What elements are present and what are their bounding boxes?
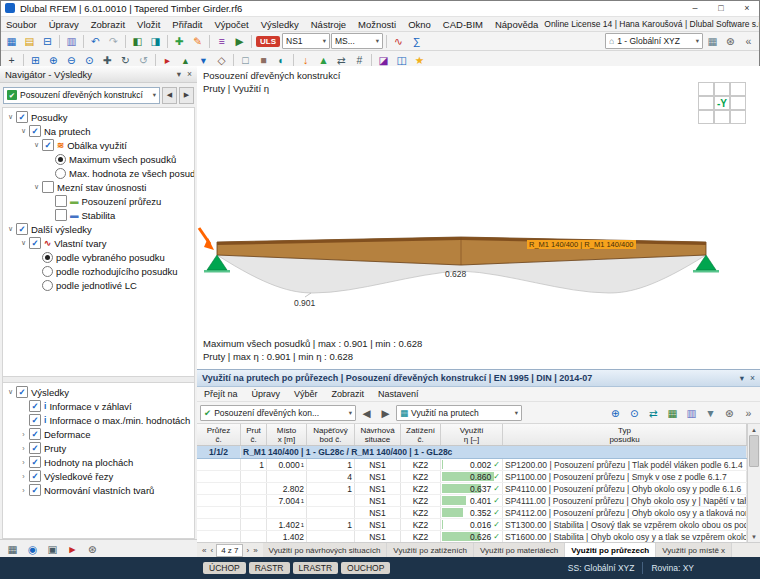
undo-icon[interactable]: ↶ — [87, 34, 104, 49]
menu-vlozit[interactable]: Vložit — [131, 19, 166, 30]
tree-splitter[interactable] — [3, 376, 194, 383]
edit-object-icon[interactable]: ✎ — [189, 34, 206, 49]
insert-object-icon[interactable]: ✚ — [171, 34, 188, 49]
tree-item-normovani-vlastnich-tvaru[interactable]: ›✓Normování vlastních tvarů — [3, 483, 194, 497]
checkbox[interactable]: ✓ — [16, 386, 28, 398]
tree-item-pruty[interactable]: ›✓Pruty — [3, 441, 194, 455]
column-header-misto[interactable]: Místox [m] — [267, 424, 307, 445]
radio-button[interactable] — [55, 154, 66, 165]
menu-nastroje[interactable]: Nástroje — [305, 19, 352, 30]
expander-open-icon[interactable]: ∨ — [5, 113, 16, 121]
design-check-combo[interactable]: ✔Posouzení dřevěných kon...▾ — [200, 405, 356, 421]
cell-utilization[interactable]: 0.002✓ — [441, 459, 503, 470]
navigator-toggle-icon[interactable]: ◧ — [129, 34, 146, 49]
radio-button[interactable] — [42, 266, 53, 277]
checkbox[interactable]: ✓ — [29, 428, 41, 440]
menu-cad-bim[interactable]: CAD-BIM — [437, 19, 489, 30]
tables-toggle-icon[interactable]: ◨ — [147, 34, 164, 49]
checkbox[interactable]: ✓ — [29, 400, 41, 412]
table-menu-vyber[interactable]: Výběr — [287, 389, 325, 399]
checkbox[interactable]: ✓ — [29, 442, 41, 454]
expander-open-icon[interactable]: ∨ — [5, 225, 16, 233]
table-row[interactable]: 2.8021NS1KZ20.637✓SP4110.00 | Posouzení … — [197, 483, 747, 495]
table-settings-icon[interactable]: ⊛ — [721, 405, 738, 420]
expander-open-icon[interactable]: ∨ — [5, 388, 16, 396]
zoom-to-row-icon[interactable]: ⊕ — [607, 405, 624, 420]
checkbox[interactable]: ✓ — [16, 111, 28, 123]
graphics-window[interactable]: 0.901 0.628 Posouzení dřevěných konstruk… — [197, 66, 760, 369]
calculate-all-icon[interactable]: ▶ — [231, 34, 248, 49]
sync-with-view-icon[interactable]: ⇄ — [645, 405, 662, 420]
expander-closed-icon[interactable]: › — [18, 473, 29, 480]
expander-closed-icon[interactable]: › — [18, 445, 29, 452]
load-combination-combo[interactable]: MS...▾ — [331, 33, 383, 49]
snap-toggle-uchop[interactable]: ÚCHOP — [203, 562, 246, 574]
first-tab-button[interactable]: « — [201, 546, 207, 555]
tree-item-podle-jednotlive-lc[interactable]: podle jednotlivé LC — [3, 278, 194, 292]
tab-vyuziti-po-navrhovych-situacich[interactable]: Využití po návrhových situacích — [263, 543, 388, 558]
menu-priradit[interactable]: Přiřadit — [166, 19, 208, 30]
navigator-header[interactable]: Navigátor - Výsledky ▾ × — [0, 66, 197, 83]
checkbox[interactable]: ✓ — [29, 237, 41, 249]
tree-item-hodnoty-na-plochach[interactable]: ›✓Hodnoty na plochách — [3, 455, 194, 469]
tab-vyuziti-po-prurezech[interactable]: Využití po průřezech — [565, 543, 656, 558]
pin-icon[interactable]: ▾ — [740, 373, 744, 383]
new-model-icon[interactable]: ▦ — [3, 34, 20, 49]
close-icon[interactable]: × — [750, 373, 755, 383]
find-in-table-icon[interactable]: ⊙ — [626, 405, 643, 420]
expander-open-icon[interactable]: ∨ — [18, 127, 29, 135]
tree-item-deformace[interactable]: ›✓Deformace — [3, 427, 194, 441]
print-graphic-icon[interactable]: ▥ — [63, 34, 80, 49]
tree-item-vysledkove-rezy[interactable]: ›✓Výsledkové řezy — [3, 469, 194, 483]
tab-vyuziti-po-materialech[interactable]: Využití po materiálech — [474, 543, 565, 558]
tree-item-podle-rozhodujiciho-posudku[interactable]: podle rozhodujícího posudku — [3, 264, 194, 278]
tree-item-informace-o-max-min-hodnotach[interactable]: ✓iInformace o max./min. hodnotách — [3, 413, 194, 427]
column-header-zatizeni[interactable]: Zatíženíč. — [401, 424, 441, 445]
tree-item-obalka-vyuziti[interactable]: ∨✓≋Obálka využití — [3, 138, 194, 152]
checkbox[interactable]: ✓ — [42, 139, 54, 151]
expander-closed-icon[interactable]: › — [18, 459, 29, 466]
tree-item-max-hodnota-ze-vsech-posudku-be[interactable]: Max. hodnota ze všech posudků be... — [3, 166, 194, 180]
checkbox[interactable]: ✓ — [29, 125, 41, 137]
load-cases-manager-icon[interactable]: ≡ — [213, 34, 230, 49]
next-addon-button[interactable]: ▶ — [179, 87, 194, 104]
maximize-button[interactable]: □ — [708, 0, 734, 16]
expander-closed-icon[interactable]: › — [18, 431, 29, 438]
snap-toggle-ouchop[interactable]: OUCHOP — [341, 562, 390, 574]
checkbox[interactable]: ✓ — [16, 223, 28, 235]
views-navigator-icon[interactable]: ◉ — [24, 541, 41, 556]
snap-settings-icon[interactable]: ⊛ — [722, 34, 739, 49]
result-table-combo[interactable]: ▦Využití na prutech▾ — [396, 405, 522, 421]
print-table-icon[interactable]: ▥ — [683, 405, 700, 420]
tree-item-dalsi-vysledky[interactable]: ∨✓Další výsledky — [3, 222, 194, 236]
radio-button[interactable] — [55, 168, 66, 179]
checkbox[interactable]: ✓ — [29, 484, 41, 496]
tree-item-posudky[interactable]: ∨✓Posudky — [3, 110, 194, 124]
redo-icon[interactable]: ↷ — [105, 34, 122, 49]
table-menu-upravy[interactable]: Úpravy — [245, 389, 288, 399]
table-scrollbar[interactable]: ▲ ▼ — [747, 424, 760, 542]
panel-options-icon[interactable]: ⊛ — [84, 541, 101, 556]
checkbox[interactable] — [55, 209, 67, 221]
table-row[interactable]: 10.00011NS1KZ20.002✓SP1200.00 | Posouzen… — [197, 459, 747, 471]
table-menu-nastaveni[interactable]: Nastavení — [371, 389, 426, 399]
checkbox[interactable]: ✓ — [29, 456, 41, 468]
work-plane-icon[interactable]: ▦ — [704, 34, 721, 49]
cell-utilization[interactable]: 0.860✓ — [441, 471, 503, 482]
table-row[interactable]: 1.40211NS1KZ20.016✓ST1300.00 | Stabilita… — [197, 519, 747, 531]
scroll-up-icon[interactable]: ▲ — [751, 424, 757, 435]
expander-open-icon[interactable]: ∨ — [18, 239, 29, 247]
design-situation-combo[interactable]: NS1▾ — [282, 33, 330, 49]
cell-utilization[interactable]: 0.637✓ — [441, 483, 503, 494]
column-header-typ[interactable]: Typposudku — [503, 424, 747, 445]
minimize-button[interactable]: – — [682, 0, 708, 16]
last-tab-button[interactable]: » — [252, 546, 258, 555]
tree-item-posouzeni-prurezu[interactable]: ▬Posouzení průřezu — [3, 194, 194, 208]
title-bar[interactable]: Dlubal RFEM | 6.01.0010 | Tapered Timber… — [0, 0, 760, 17]
column-header-vyuziti[interactable]: Využitíη [–] — [441, 424, 503, 445]
menu-napoveda[interactable]: Nápověda — [489, 19, 544, 30]
export-to-excel-icon[interactable]: ▦ — [664, 405, 681, 420]
snap-toggle-rastr[interactable]: RASTR — [249, 562, 290, 574]
scroll-thumb[interactable] — [749, 435, 759, 467]
cell-utilization[interactable]: 0.352✓ — [441, 507, 503, 518]
